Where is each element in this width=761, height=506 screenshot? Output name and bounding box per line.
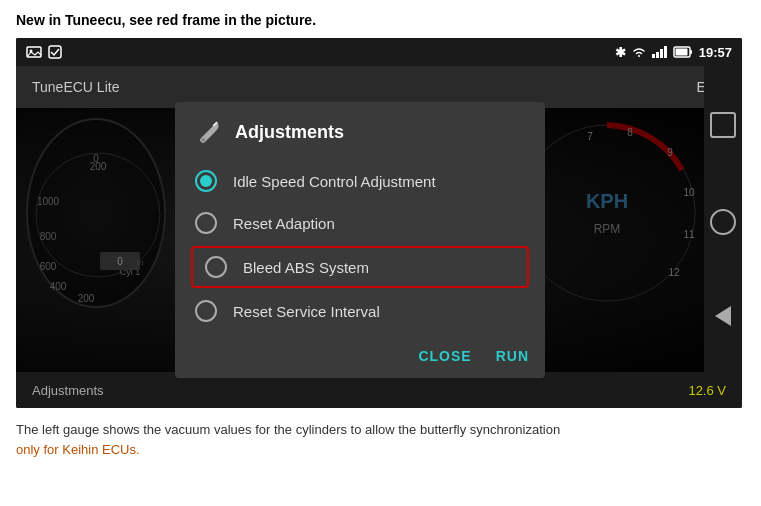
dialog-title-row: Adjustments (175, 102, 545, 156)
svg-rect-2 (49, 46, 61, 58)
svg-rect-5 (675, 49, 687, 56)
list-item-abs[interactable]: Bleed ABS System (191, 246, 529, 288)
close-button[interactable]: CLOSE (418, 348, 471, 364)
item-label-abs: Bleed ABS System (243, 259, 369, 276)
wrench-icon (195, 118, 223, 146)
app-title: TuneECU Lite (32, 79, 119, 95)
item-label-idle: Idle Speed Control Adjustment (233, 173, 436, 190)
radio-button-abs[interactable] (205, 256, 227, 278)
radio-button-reset-service[interactable] (195, 300, 217, 322)
svg-rect-0 (27, 47, 41, 57)
radio-button-reset-adaption[interactable] (195, 212, 217, 234)
bluetooth-icon: ✱ (615, 45, 626, 60)
circle-nav-button[interactable] (710, 209, 736, 235)
radio-button-selected[interactable] (195, 170, 217, 192)
signal-icon (652, 46, 667, 58)
abs-item-wrapper: Bleed ABS System (183, 246, 537, 288)
item-label-reset-service: Reset Service Interval (233, 303, 380, 320)
battery-icon (673, 46, 693, 58)
radio-inner (200, 175, 212, 187)
status-bar-left (26, 45, 62, 59)
image-icon (26, 45, 42, 59)
list-item[interactable]: Idle Speed Control Adjustment (175, 160, 545, 202)
caption-main-text: The left gauge shows the vacuum values f… (16, 422, 560, 437)
svg-rect-4 (690, 50, 692, 54)
status-bar-right: ✱ 19:57 (615, 45, 732, 60)
intro-text: New in Tuneecu, see red frame in the pic… (16, 12, 745, 28)
list-item[interactable]: Reset Adaption (175, 202, 545, 244)
item-label-reset-adaption: Reset Adaption (233, 215, 335, 232)
caption-highlight-text: only for Keihin ECUs. (16, 442, 140, 457)
caption-area: The left gauge shows the vacuum values f… (16, 420, 745, 459)
list-item[interactable]: Reset Service Interval (175, 290, 545, 332)
wifi-icon (632, 46, 646, 58)
caption-text: The left gauge shows the vacuum values f… (16, 420, 745, 459)
voltage-display: 12.6 V (688, 383, 726, 398)
dialog-title: Adjustments (235, 122, 344, 143)
screenshot: ✱ 19:57 TuneECU Lite (16, 38, 742, 408)
nav-buttons (704, 66, 742, 372)
check-icon (48, 45, 62, 59)
status-bar: ✱ 19:57 (16, 38, 742, 66)
dialog-overlay: Adjustments Idle Speed Control Adjustmen… (16, 108, 704, 372)
run-button[interactable]: RUN (496, 348, 529, 364)
svg-point-27 (201, 138, 205, 142)
square-nav-button[interactable] (710, 112, 736, 138)
adjustments-dialog: Adjustments Idle Speed Control Adjustmen… (175, 102, 545, 378)
bottom-label: Adjustments (32, 383, 104, 398)
dialog-items: Idle Speed Control Adjustment Reset Adap… (175, 156, 545, 340)
back-nav-button[interactable] (715, 306, 731, 326)
dialog-actions: CLOSE RUN (175, 340, 545, 378)
time-display: 19:57 (699, 45, 732, 60)
